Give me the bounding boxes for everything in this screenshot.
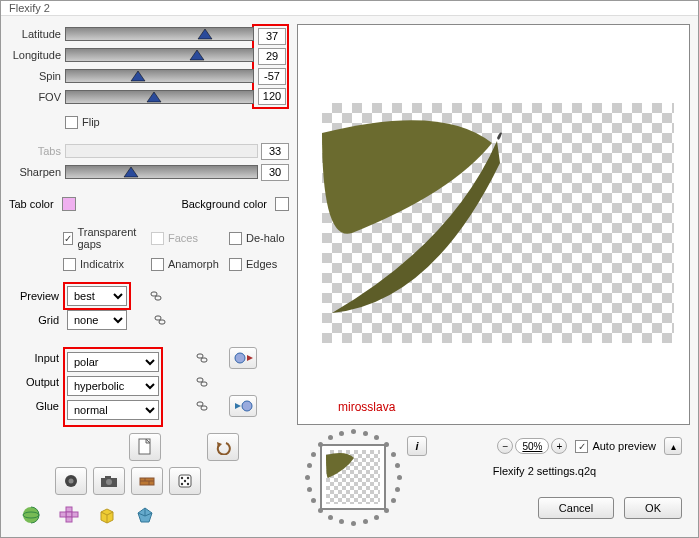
unfold-icon[interactable] xyxy=(53,501,85,529)
glue-select[interactable]: normal xyxy=(67,400,159,420)
svg-marker-6 xyxy=(247,355,253,361)
longitude-value[interactable]: 29 xyxy=(258,48,286,65)
flip-label: Flip xyxy=(82,116,100,128)
brick-button[interactable] xyxy=(131,467,163,495)
dice-button[interactable] xyxy=(169,467,201,495)
new-page-button[interactable] xyxy=(129,433,161,461)
collapse-button[interactable]: ▴ xyxy=(664,437,682,455)
ok-button[interactable]: OK xyxy=(624,497,682,519)
cube-yellow-icon[interactable] xyxy=(91,501,123,529)
tab-color-swatch[interactable] xyxy=(62,197,76,211)
camera-button[interactable] xyxy=(93,467,125,495)
input-select[interactable]: polar xyxy=(67,352,159,372)
play-globe-button[interactable] xyxy=(229,395,257,417)
transparent-gaps-checkbox[interactable]: ✓ xyxy=(63,232,73,245)
window-title: Flexify 2 xyxy=(9,2,50,14)
svg-marker-0 xyxy=(198,29,212,39)
grid-select[interactable]: none xyxy=(67,310,127,330)
controls-panel: Latitude Longitude Spin FOV xyxy=(9,24,289,529)
preview-panel: mirosslava i − xyxy=(297,24,690,529)
bg-color-swatch[interactable] xyxy=(275,197,289,211)
zoom-value[interactable]: 50% xyxy=(515,438,549,454)
grid-select-row: Grid none xyxy=(9,309,289,331)
edges-checkbox[interactable] xyxy=(229,258,242,271)
latitude-slider[interactable] xyxy=(65,27,254,41)
longitude-slider-row: Longitude xyxy=(9,45,254,65)
svg-rect-32 xyxy=(72,512,78,517)
preview-controls: i − 50% + ✓Auto preview ▴ Flexify 2 sett… xyxy=(297,425,690,529)
svg-point-21 xyxy=(181,477,183,479)
grid-label: Grid xyxy=(9,314,59,326)
toolbar-row-2 xyxy=(55,467,289,495)
output-select[interactable]: hyperbolic xyxy=(67,376,159,396)
dehalo-label: De-halo xyxy=(246,232,285,244)
edges-label: Edges xyxy=(246,258,277,270)
longitude-slider[interactable] xyxy=(65,48,254,62)
svg-point-24 xyxy=(181,483,183,485)
svg-point-8 xyxy=(242,401,252,411)
sharpen-value[interactable]: 30 xyxy=(261,164,289,181)
zoom-in-button[interactable]: + xyxy=(551,438,567,454)
cancel-button[interactable]: Cancel xyxy=(538,497,614,519)
link-icon[interactable] xyxy=(149,289,163,303)
link-icon[interactable] xyxy=(153,313,167,327)
svg-point-15 xyxy=(106,479,112,485)
svg-rect-30 xyxy=(66,517,72,522)
fov-value[interactable]: 120 xyxy=(258,88,286,105)
record-button[interactable] xyxy=(55,467,87,495)
dialog-window: Flexify 2 Latitude Longitude Spin xyxy=(0,0,699,538)
bg-color-label: Background color xyxy=(181,198,267,210)
color-row: Tab color Background color xyxy=(9,197,289,211)
titlebar: Flexify 2 xyxy=(1,1,698,16)
fov-slider-row: FOV xyxy=(9,87,254,107)
fov-label: FOV xyxy=(9,91,61,103)
preview-select-row: Preview best xyxy=(9,285,289,307)
auto-preview-label: Auto preview xyxy=(592,440,656,452)
svg-rect-31 xyxy=(60,512,66,517)
svg-rect-29 xyxy=(66,512,72,517)
svg-point-5 xyxy=(235,353,245,363)
gem-icon[interactable] xyxy=(129,501,161,529)
thumbnail-box[interactable] xyxy=(320,444,386,510)
spin-label: Spin xyxy=(9,70,61,82)
preview-select[interactable]: best xyxy=(67,286,127,306)
tabs-slider xyxy=(65,144,258,158)
info-button[interactable]: i xyxy=(407,436,427,456)
value-highlight-box: 37 29 -57 120 xyxy=(252,24,289,109)
latitude-slider-row: Latitude xyxy=(9,24,254,44)
flip-checkbox[interactable] xyxy=(65,116,78,129)
dehalo-checkbox[interactable] xyxy=(229,232,242,245)
latitude-value[interactable]: 37 xyxy=(258,28,286,45)
preview-image xyxy=(322,103,674,343)
anamorph-checkbox[interactable] xyxy=(151,258,164,271)
sharpen-slider[interactable] xyxy=(65,165,258,179)
faces-label: Faces xyxy=(168,232,198,244)
svg-rect-28 xyxy=(66,507,72,512)
settings-file-label: Flexify 2 settings.q2q xyxy=(407,465,682,477)
spin-slider[interactable] xyxy=(65,69,254,83)
link-icon[interactable] xyxy=(195,351,209,365)
globe-play-button[interactable] xyxy=(229,347,257,369)
anamorph-label: Anamorph xyxy=(168,258,219,270)
spin-value[interactable]: -57 xyxy=(258,68,286,85)
input-label: Input xyxy=(9,352,59,364)
zoom-out-button[interactable]: − xyxy=(497,438,513,454)
indicatrix-checkbox[interactable] xyxy=(63,258,76,271)
output-label: Output xyxy=(9,376,59,388)
link-icon[interactable] xyxy=(195,399,209,413)
svg-point-25 xyxy=(187,483,189,485)
auto-preview-checkbox[interactable]: ✓ xyxy=(575,440,588,453)
preview-box: mirosslava xyxy=(297,24,690,425)
transparent-gaps-label: Transparent gaps xyxy=(77,226,143,250)
globe-icon[interactable] xyxy=(15,501,47,529)
preview-label: Preview xyxy=(9,290,59,302)
tabs-value[interactable]: 33 xyxy=(261,143,289,160)
glue-label: Glue xyxy=(9,400,59,412)
faces-checkbox xyxy=(151,232,164,245)
fov-slider[interactable] xyxy=(65,90,254,104)
credit-text: mirosslava xyxy=(338,400,395,414)
undo-button[interactable] xyxy=(207,433,239,461)
svg-point-12 xyxy=(69,479,74,484)
link-icon[interactable] xyxy=(195,375,209,389)
longitude-label: Longitude xyxy=(9,49,61,61)
